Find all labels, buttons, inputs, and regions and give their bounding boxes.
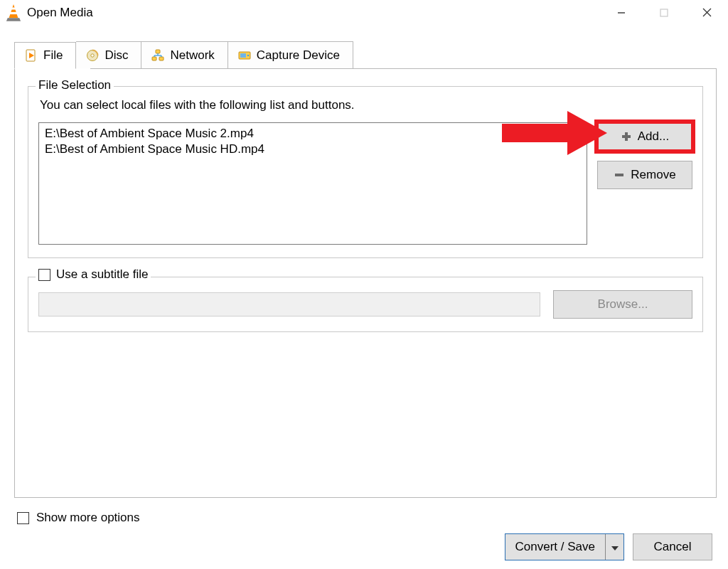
button-label: Add... bbox=[638, 129, 669, 144]
svg-point-21 bbox=[247, 54, 250, 56]
convert-save-button[interactable]: Convert / Save bbox=[505, 533, 624, 560]
button-label: Convert / Save bbox=[505, 534, 605, 560]
svg-marker-0 bbox=[9, 4, 18, 18]
browse-button: Browse... bbox=[553, 290, 692, 319]
dropdown-toggle[interactable] bbox=[605, 534, 623, 560]
tab-label: File bbox=[43, 48, 63, 63]
svg-rect-20 bbox=[240, 53, 246, 58]
svg-rect-12 bbox=[156, 50, 160, 53]
tab-file[interactable]: File bbox=[14, 42, 76, 69]
add-button[interactable]: Add... bbox=[597, 122, 692, 151]
disc-icon bbox=[86, 49, 99, 62]
file-selection-hint: You can select local files with the foll… bbox=[40, 98, 692, 112]
tab-pane-file: File Selection You can select local file… bbox=[14, 68, 717, 498]
svg-rect-2 bbox=[10, 12, 17, 14]
remove-button[interactable]: Remove bbox=[597, 161, 692, 189]
network-icon bbox=[151, 49, 164, 62]
file-item[interactable]: E:\Best of Ambient Space Music HD.mp4 bbox=[43, 142, 582, 157]
svg-marker-3 bbox=[6, 18, 21, 21]
button-label: Cancel bbox=[654, 540, 692, 554]
tab-capture-device[interactable]: Capture Device bbox=[228, 41, 353, 68]
window-title: Open Media bbox=[27, 6, 600, 20]
tab-label: Disc bbox=[105, 48, 128, 63]
close-button[interactable] bbox=[685, 0, 728, 26]
tabstrip: File Disc Network bbox=[14, 41, 717, 68]
minus-icon bbox=[614, 169, 625, 181]
file-item[interactable]: E:\Best of Ambient Space Music 2.mp4 bbox=[43, 126, 582, 142]
subtitle-group: Use a subtitle file Browse... bbox=[28, 277, 703, 332]
svg-rect-14 bbox=[159, 57, 164, 60]
file-selection-group: File Selection You can select local file… bbox=[28, 86, 703, 258]
svg-rect-13 bbox=[152, 57, 156, 60]
show-more-checkbox[interactable] bbox=[17, 512, 29, 524]
titlebar: Open Media bbox=[0, 0, 728, 26]
show-more-label: Show more options bbox=[36, 511, 140, 525]
subtitle-path-input bbox=[38, 292, 540, 317]
vlc-cone-icon bbox=[6, 5, 21, 21]
minimize-button[interactable] bbox=[600, 0, 643, 26]
cancel-button[interactable]: Cancel bbox=[633, 533, 712, 560]
button-label: Remove bbox=[631, 168, 675, 182]
file-selection-legend: File Selection bbox=[36, 78, 114, 92]
maximize-button bbox=[643, 0, 685, 26]
tab-network[interactable]: Network bbox=[141, 41, 228, 68]
tab-disc[interactable]: Disc bbox=[76, 41, 141, 68]
tab-label: Capture Device bbox=[257, 48, 340, 63]
file-list[interactable]: E:\Best of Ambient Space Music 2.mp4 E:\… bbox=[38, 122, 587, 245]
capture-device-icon bbox=[238, 49, 251, 62]
file-icon bbox=[25, 49, 38, 62]
svg-rect-5 bbox=[660, 9, 668, 16]
button-label: Browse... bbox=[598, 297, 648, 312]
plus-icon bbox=[621, 131, 632, 142]
svg-rect-1 bbox=[11, 7, 16, 9]
chevron-down-icon bbox=[611, 540, 619, 554]
svg-marker-27 bbox=[611, 546, 619, 551]
svg-point-11 bbox=[91, 53, 94, 56]
subtitle-checkbox-label: Use a subtitle file bbox=[56, 267, 148, 282]
tab-label: Network bbox=[170, 48, 214, 63]
subtitle-checkbox[interactable] bbox=[38, 269, 50, 281]
